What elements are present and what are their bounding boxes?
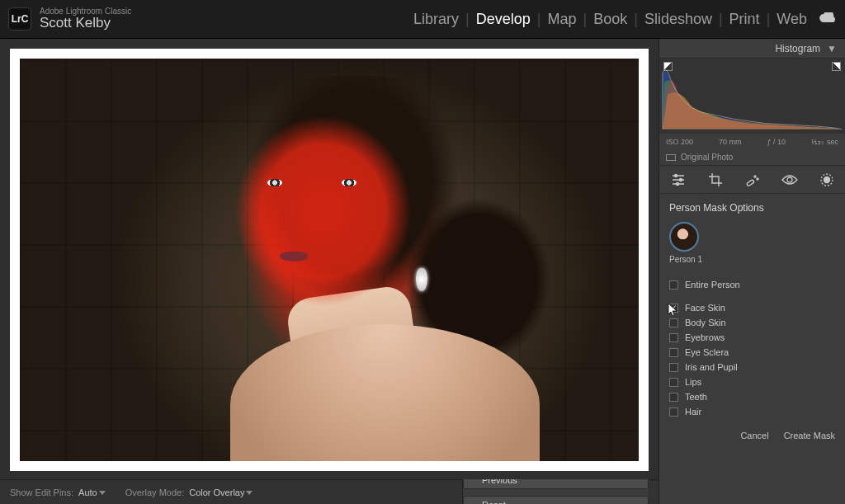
mask-panel-title: Person Mask Options [669,202,835,214]
create-mask-link[interactable]: Create Mask [784,431,835,440]
overlay-mode-value[interactable]: Color Overlay [189,488,253,497]
image-canvas[interactable] [0,39,659,479]
photo-earring [416,268,427,291]
original-photo-label: Original Photo [681,153,733,162]
part-row-hair[interactable]: Hair [669,404,835,419]
part-label: Face Skin [685,303,725,313]
meta-shutter: ¹⁄₁₂₅ sec [811,138,838,146]
part-row-eye-sclera[interactable]: Eye Sclera [669,345,835,360]
histogram-panel-header[interactable]: Histogram ▼ [659,39,845,59]
app-logo: LrC [8,7,31,31]
part-label: Teeth [685,392,707,402]
reset-button[interactable]: Reset [463,496,649,505]
person-label: Person 1 [669,255,702,264]
part-checkbox-teeth[interactable] [669,393,678,402]
redeye-icon[interactable] [781,171,799,189]
cursor-icon [668,303,679,318]
meta-iso: ISO 200 [666,138,693,146]
part-row-iris-pupil[interactable]: Iris and Pupil [669,360,835,374]
person-mask-panel: Person Mask Options Person 1 Entire Pers… [659,194,845,504]
original-photo-toggle[interactable]: Original Photo [659,149,845,166]
right-panel: Histogram ▼ ISO 200 70 mm ƒ / 10 ¹⁄₁₂₅ s… [659,39,845,504]
svg-point-5 [757,178,758,180]
mask-overlay-face [205,99,441,332]
show-edit-pins-label: Show Edit Pins: [10,488,73,497]
meta-focal: 70 mm [719,138,742,146]
histogram-display[interactable] [659,59,845,133]
part-checkbox-eye-sclera[interactable] [669,348,678,357]
top-bar: LrC Adobe Lightroom Classic Scott Kelby … [0,0,845,39]
entire-person-checkbox[interactable] [669,280,678,290]
part-checkbox-eyebrows[interactable] [669,333,678,342]
part-label: Iris and Pupil [685,362,738,372]
part-label: Eyebrows [685,332,725,342]
module-print[interactable]: Print [729,11,760,28]
part-row-eyebrows[interactable]: Eyebrows [669,330,835,345]
part-label: Eye Sclera [685,347,729,357]
cloud-sync-icon[interactable] [819,11,837,28]
svg-point-8 [824,177,829,182]
entire-person-label: Entire Person [685,280,740,290]
develop-secondary-toolbar: Show Edit Pins: Auto Overlay Mode: Color… [0,479,659,504]
module-slideshow[interactable]: Slideshow [644,11,712,28]
panel-disclose-icon[interactable]: ▼ [827,43,837,54]
module-library[interactable]: Library [413,11,459,28]
crop-icon[interactable] [706,171,725,189]
tool-strip [659,166,845,194]
original-photo-icon [666,154,676,161]
masking-icon[interactable] [818,171,836,189]
healing-icon[interactable] [744,171,762,189]
part-row-lips[interactable]: Lips [669,374,835,389]
part-label: Hair [685,407,701,417]
overlay-mode-label: Overlay Mode: [125,488,185,497]
part-label: Lips [685,377,701,387]
module-develop[interactable]: Develop [476,11,531,28]
part-label: Body Skin [685,318,726,327]
histogram-metadata: ISO 200 70 mm ƒ / 10 ¹⁄₁₂₅ sec [659,133,845,149]
edit-sliders-icon[interactable] [669,171,687,189]
part-row-body-skin[interactable]: Body Skin [669,315,835,330]
app-title-block: Adobe Lightroom Classic Scott Kelby [40,7,131,31]
svg-point-2 [676,182,678,185]
person-avatar[interactable] [669,222,699,252]
cancel-link[interactable]: Cancel [740,431,768,440]
svg-rect-3 [746,179,754,186]
module-web[interactable]: Web [777,11,807,28]
part-checkbox-lips[interactable] [669,378,678,387]
part-checkbox-hair[interactable] [669,407,678,417]
histogram-panel-label: Histogram [775,43,820,54]
module-map[interactable]: Map [547,11,576,28]
part-row-teeth[interactable]: Teeth [669,389,835,404]
svg-point-1 [679,178,682,181]
photo-preview[interactable] [20,59,639,461]
svg-point-4 [754,176,756,177]
svg-point-6 [787,177,792,182]
identity-plate: Scott Kelby [40,16,131,31]
image-frame [10,49,649,471]
part-checkbox-body-skin[interactable] [669,318,678,327]
part-checkbox-iris-pupil[interactable] [669,363,678,372]
show-edit-pins-value[interactable]: Auto [78,488,106,497]
meta-aperture: ƒ / 10 [767,138,786,146]
svg-point-0 [674,174,677,177]
module-book[interactable]: Book [593,11,627,28]
part-row-face-skin[interactable]: Face Skin [669,300,835,315]
entire-person-row[interactable]: Entire Person [669,277,835,292]
person-chip[interactable]: Person 1 [669,222,835,264]
module-picker: Library| Develop| Map| Book| Slideshow| … [413,11,837,28]
